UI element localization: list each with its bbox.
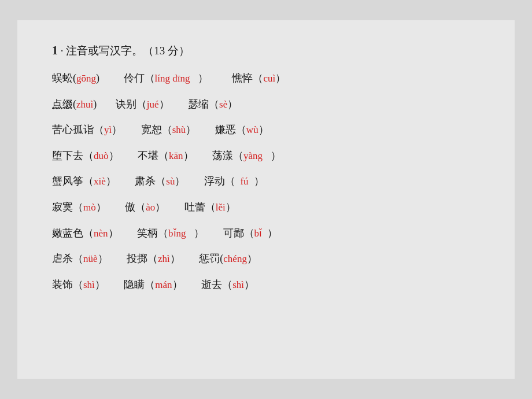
item-7-3: 可鄙（ bǐ ） [220, 224, 278, 243]
item-4-3: 荡漾（ yàng ） [210, 146, 281, 165]
item-9-2: 隐瞒（ mán） [121, 275, 183, 294]
line-6: 寂寞（ mò ） 傲（ào ） 吐蕾（lěi） [52, 198, 480, 217]
line-8: 虐杀（ nüè ） 投掷（ zhì ） 惩罚(chéng ） [52, 249, 480, 268]
item-4-1: 堕下去（ duò ） [52, 146, 119, 165]
line-5: 蟹风筝（ xiè ） 肃杀（ sù ） 浮动（ fú ） [52, 172, 480, 191]
item-3-2: 宽恕（ shù ） [138, 120, 196, 139]
line-2: 点缀(zhuì ) 诀别（ jué ） 瑟缩（ sè ） [52, 95, 480, 114]
item-2-2: 诀别（ jué ） [113, 95, 169, 114]
item-7-2: 笑柄（ bǐng ） [135, 224, 205, 243]
item-2-1: 点缀(zhuì ) [52, 95, 97, 114]
item-1-2: 伶仃（ líng dīng ） [116, 69, 208, 88]
question-title: 1 · 注音或写汉字。（13 分） [52, 43, 480, 58]
item-8-1: 虐杀（ nüè ） [52, 249, 108, 268]
item-5-3: 浮动（ fú ） [201, 172, 264, 191]
item-6-2: 傲（ào ） [123, 198, 166, 217]
line-3: 苦心孤诣（ yì ） 宽恕（ shù ） 嫌恶（ wù ） [52, 120, 480, 139]
title-dot: · [61, 45, 64, 57]
line-9: 装饰（ shì ） 隐瞒（ mán） 逝去（ shì ） [52, 275, 480, 294]
item-9-3: 逝去（ shì ） [199, 275, 254, 294]
item-7-1: 嫩蓝色（ nèn ） [52, 224, 119, 243]
item-1-1: 蜈蚣(gōng) [52, 69, 99, 88]
item-5-2: 肃杀（ sù ） [132, 172, 186, 191]
question-number: 1 [52, 44, 58, 57]
item-2-3: 瑟缩（ sè ） [186, 95, 238, 114]
item-8-2: 投掷（ zhì ） [124, 249, 180, 268]
item-4-2: 不堪（kān ） [135, 146, 194, 165]
item-1-3: 憔悴（ cuì ） [224, 69, 286, 88]
main-page: 1 · 注音或写汉字。（13 分） 蜈蚣(gōng) 伶仃（ líng dīng… [17, 20, 515, 379]
line-1: 蜈蚣(gōng) 伶仃（ líng dīng ） 憔悴（ cuì ） [52, 69, 480, 88]
title-text: 注音或写汉字。（13 分） [66, 45, 190, 57]
item-3-3: 嫌恶（ wù ） [212, 120, 268, 139]
item-8-3: 惩罚(chéng ） [197, 249, 257, 268]
item-3-1: 苦心孤诣（ yì ） [52, 120, 122, 139]
line-7: 嫩蓝色（ nèn ） 笑柄（ bǐng ） 可鄙（ bǐ ） [52, 224, 480, 243]
item-6-3: 吐蕾（lěi） [182, 198, 236, 217]
item-6-1: 寂寞（ mò ） [52, 198, 106, 217]
item-5-1: 蟹风筝（ xiè ） [52, 172, 116, 191]
line-4: 堕下去（ duò ） 不堪（kān ） 荡漾（ yàng ） [52, 146, 480, 165]
item-9-1: 装饰（ shì ） [52, 275, 105, 294]
